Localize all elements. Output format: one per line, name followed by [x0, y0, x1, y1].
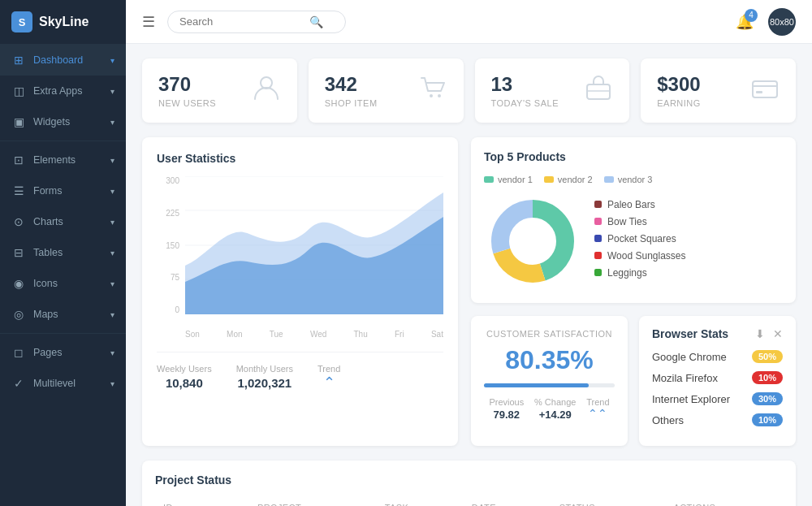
satisfaction-bar-bg	[484, 383, 615, 387]
browser-row-firefox: Mozila Firefox 10%	[652, 371, 783, 384]
stat-card-earning: $300 EARNING	[641, 58, 796, 123]
browser-badge: 10%	[752, 371, 783, 384]
chart-x-labels: Son Mon Tue Wed Thu Fri Sat	[185, 330, 443, 339]
products-legend: vendor 1 vendor 2 vendor 3	[484, 175, 783, 184]
svg-rect-5	[756, 91, 762, 93]
chevron-down-icon: ▾	[110, 279, 114, 288]
vendor1-dot	[484, 176, 494, 183]
avatar-text: 80x80	[770, 17, 794, 27]
sidebar-item-label: Dashboard	[33, 54, 110, 66]
search-box[interactable]: 🔍	[167, 11, 346, 33]
col-project[interactable]: PROJECT ⇅	[249, 498, 377, 506]
browser-name: Google Chrome	[652, 351, 752, 363]
chart-y-labels: 300 225 150 75 0	[157, 176, 179, 314]
stat-card-sales: 13 TODAY'S SALE	[475, 58, 630, 123]
chevron-down-icon: ▾	[110, 348, 114, 357]
weekly-users-value: 10,840	[157, 376, 212, 390]
stat-value: 370	[158, 73, 216, 96]
svg-point-14	[510, 218, 555, 264]
satisfaction-stats: Previous 79.82 % Change +14.29 Trend ⌃⌃	[484, 397, 615, 421]
sidebar-item-label: Tables	[33, 247, 110, 258]
sidebar-item-dashboard[interactable]: ⊞ Dashboard ▾	[0, 45, 126, 76]
sidebar-item-elements[interactable]: ⊡ Elements ▾	[0, 145, 126, 175]
product-item: Paleo Bars	[594, 199, 783, 210]
product-dot	[594, 218, 602, 225]
sidebar-item-label: Widgets	[33, 116, 110, 128]
close-icon[interactable]: ✕	[773, 327, 783, 340]
product-dot	[594, 235, 602, 242]
monthly-users-stat: Monthly Users 1,020,321	[236, 364, 293, 391]
legend-vendor2: vendor 2	[544, 175, 593, 184]
sidebar-divider	[0, 333, 126, 334]
sidebar-item-label: Forms	[33, 185, 110, 197]
svg-point-1	[430, 94, 433, 97]
col-status[interactable]: STATUS ⇅	[551, 498, 666, 506]
stat-value: $300	[657, 73, 701, 96]
sidebar-item-label: Elements	[33, 154, 110, 166]
search-input[interactable]	[179, 15, 309, 28]
svg-rect-4	[753, 81, 777, 97]
user-statistics-card: User Statistics 300 225 150 75 0	[142, 137, 458, 446]
multilevel-icon: ✓	[11, 376, 26, 391]
tables-icon: ⊟	[11, 245, 26, 260]
extra-apps-icon: ◫	[11, 84, 26, 98]
browser-row-others: Others 10%	[652, 413, 783, 426]
sidebar-item-widgets[interactable]: ▣ Widgets ▾	[0, 106, 126, 137]
chevron-down-icon: ▾	[110, 218, 114, 227]
browser-stats-title: Browser Stats	[652, 327, 755, 340]
product-dot	[594, 269, 602, 276]
donut-chart	[484, 192, 581, 290]
main-area: ☰ 🔍 🔔 4 80x80 370 NEW USERS	[126, 0, 812, 506]
chevron-down-icon: ▾	[110, 187, 114, 196]
stat-label: NEW USERS	[158, 98, 216, 108]
maps-icon: ◎	[11, 307, 26, 322]
sidebar-item-label: Maps	[33, 309, 110, 320]
sidebar-item-tables[interactable]: ⊟ Tables ▾	[0, 237, 126, 268]
pages-icon: ◻	[11, 345, 26, 360]
products-list: Paleo Bars Bow Ties Pocket Squares	[594, 199, 783, 284]
logo[interactable]: S SkyLine	[0, 0, 126, 45]
vendor2-dot	[544, 176, 554, 183]
weekly-users-label: Weekly Users	[157, 364, 212, 374]
col-date[interactable]: DATE ⇅	[464, 498, 551, 506]
sidebar-item-multilevel[interactable]: ✓ Multilevel ▾	[0, 368, 126, 399]
col-id[interactable]: ID ▲	[155, 498, 249, 506]
trend-double-up-icon: ⌃⌃	[586, 407, 609, 420]
avatar[interactable]: 80x80	[768, 8, 796, 36]
dashboard-icon: ⊞	[11, 53, 26, 67]
sidebar-item-extra-apps[interactable]: ◫ Extra Apps ▾	[0, 76, 126, 106]
main-grid: User Statistics 300 225 150 75 0	[142, 137, 796, 446]
stat-card-users: 370 NEW USERS	[142, 58, 297, 123]
sidebar-item-label: Charts	[33, 216, 110, 227]
sidebar-item-forms[interactable]: ☰ Forms ▾	[0, 175, 126, 206]
notification-bell[interactable]: 🔔 4	[736, 13, 754, 31]
chevron-down-icon: ▾	[110, 87, 114, 96]
chevron-down-icon: ▾	[110, 249, 114, 257]
sidebar-item-label: Multilevel	[33, 378, 110, 389]
sidebar-item-maps[interactable]: ◎ Maps ▾	[0, 299, 126, 330]
menu-icon[interactable]: ☰	[142, 13, 155, 31]
sidebar-item-pages[interactable]: ◻ Pages ▾	[0, 337, 126, 368]
stat-label: EARNING	[657, 98, 701, 108]
chevron-down-icon: ▾	[110, 156, 114, 165]
col-actions[interactable]: ACTIONS ⇅	[666, 498, 783, 506]
download-icon[interactable]: ⬇	[755, 327, 765, 340]
trend-label: Trend	[317, 364, 340, 374]
charts-icon: ⊙	[11, 214, 26, 229]
card-icon	[750, 73, 780, 108]
trend-up-icon: ⌃	[317, 374, 340, 391]
sidebar-item-charts[interactable]: ⊙ Charts ▾	[0, 206, 126, 237]
sidebar-divider	[0, 141, 126, 141]
browser-name: Mozila Firefox	[652, 372, 752, 384]
browser-badge: 10%	[752, 413, 783, 426]
sidebar-item-icons[interactable]: ◉ Icons ▾	[0, 268, 126, 299]
project-status-card: Project Status ID ▲ PROJECT ⇅ TASK ⇅ DAT…	[142, 461, 796, 506]
search-icon: 🔍	[309, 15, 323, 28]
product-item: Bow Ties	[594, 216, 783, 227]
col-task[interactable]: TASK ⇅	[377, 498, 464, 506]
product-item: Wood Sunglasses	[594, 250, 783, 262]
sat-change: % Change +14.29	[534, 397, 576, 421]
elements-icon: ⊡	[11, 153, 26, 167]
satisfaction-card: CUSTOMER SATISFACTION 80.35% Previous 79…	[471, 316, 628, 446]
stat-label: TODAY'S SALE	[491, 98, 559, 108]
